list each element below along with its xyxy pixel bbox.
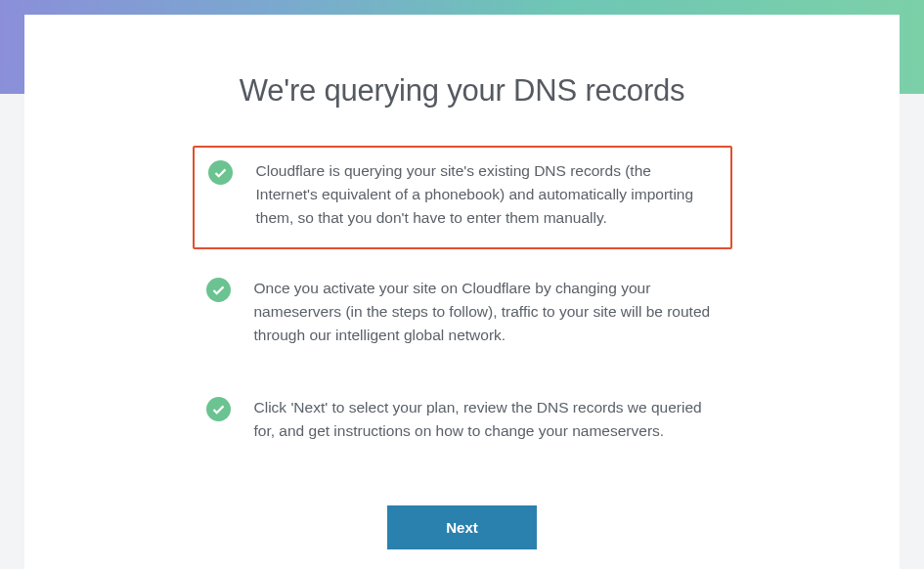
step-item-2: Once you activate your site on Cloudflar… — [193, 263, 732, 365]
checkmark-icon — [206, 397, 231, 421]
next-button[interactable]: Next — [387, 505, 537, 549]
step-text: Click 'Next' to select your plan, review… — [254, 396, 713, 443]
checkmark-icon — [208, 160, 233, 185]
step-text: Once you activate your site on Cloudflar… — [254, 277, 713, 347]
step-text: Cloudflare is querying your site's exist… — [256, 159, 711, 230]
page-title: We're querying your DNS records — [103, 73, 821, 109]
step-item-1: Cloudflare is querying your site's exist… — [193, 146, 732, 249]
button-row: Next — [103, 505, 821, 549]
checkmark-icon — [206, 278, 231, 302]
dialog-card: We're querying your DNS records Cloudfla… — [24, 15, 900, 569]
steps-list: Cloudflare is querying your site's exist… — [103, 146, 821, 478]
step-item-3: Click 'Next' to select your plan, review… — [193, 382, 732, 460]
